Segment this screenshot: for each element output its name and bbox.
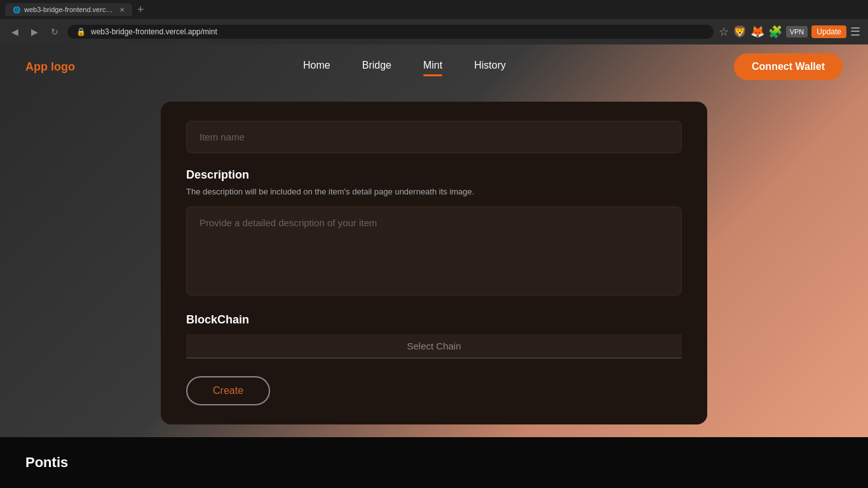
nav-links: Home Bridge Mint History xyxy=(303,60,506,74)
description-hint: The description will be included on the … xyxy=(186,187,682,196)
lock-icon: 🔒 xyxy=(76,27,86,36)
app-logo[interactable]: App logo xyxy=(25,60,75,74)
page-wrapper: App logo Home Bridge Mint History Connec… xyxy=(0,44,868,488)
description-section: Description The description will be incl… xyxy=(186,168,682,313)
description-textarea[interactable] xyxy=(186,207,682,295)
chain-select[interactable]: Select Chain xyxy=(186,334,682,358)
tab-close-icon[interactable]: ✕ xyxy=(119,6,125,13)
mint-card: Description The description will be incl… xyxy=(161,102,707,424)
update-button[interactable]: Update xyxy=(811,25,846,38)
back-button[interactable]: ◀ xyxy=(8,25,22,38)
new-tab-icon[interactable]: + xyxy=(137,3,144,17)
nav-mint[interactable]: Mint xyxy=(423,60,442,74)
nav-history[interactable]: History xyxy=(474,60,506,74)
nav-bridge[interactable]: Bridge xyxy=(362,60,391,74)
nav-home[interactable]: Home xyxy=(303,60,330,74)
blockchain-label: BlockChain xyxy=(186,313,682,327)
create-button[interactable]: Create xyxy=(186,376,270,405)
connect-wallet-button[interactable]: Connect Wallet xyxy=(734,53,843,80)
footer: Pontis xyxy=(0,437,868,488)
reload-button[interactable]: ↻ xyxy=(47,25,62,38)
extension-icon-1[interactable]: 🦊 xyxy=(750,25,764,39)
active-tab[interactable]: 🌐 web3-bridge-frontend.vercel.app/mint ✕ xyxy=(5,3,132,16)
blockchain-section: BlockChain Select Chain xyxy=(186,313,682,376)
extensions-icon[interactable]: 🧩 xyxy=(768,25,782,39)
bookmarks-icon[interactable]: ☆ xyxy=(719,25,729,39)
item-name-input[interactable] xyxy=(186,121,682,153)
tab-title: web3-bridge-frontend.vercel.app/mint xyxy=(24,6,116,13)
vpn-label[interactable]: VPN xyxy=(786,26,808,37)
forward-button[interactable]: ▶ xyxy=(27,25,42,38)
browser-toolbar: ◀ ▶ ↻ 🔒 web3-bridge-frontend.vercel.app/… xyxy=(0,19,868,44)
menu-icon[interactable]: ☰ xyxy=(850,25,860,39)
main-content: Description The description will be incl… xyxy=(0,89,868,437)
navbar: App logo Home Bridge Mint History Connec… xyxy=(0,44,868,89)
address-text: web3-bridge-frontend.vercel.app/mint xyxy=(91,27,217,36)
browser-actions: ☆ 🦁 🦊 🧩 VPN Update ☰ xyxy=(719,25,860,39)
browser-chrome: 🌐 web3-bridge-frontend.vercel.app/mint ✕… xyxy=(0,0,868,44)
address-bar[interactable]: 🔒 web3-bridge-frontend.vercel.app/mint xyxy=(67,25,714,39)
browser-tabs: 🌐 web3-bridge-frontend.vercel.app/mint ✕… xyxy=(0,0,868,19)
brave-icon[interactable]: 🦁 xyxy=(733,25,747,39)
description-label: Description xyxy=(186,168,682,182)
footer-logo: Pontis xyxy=(25,454,68,471)
